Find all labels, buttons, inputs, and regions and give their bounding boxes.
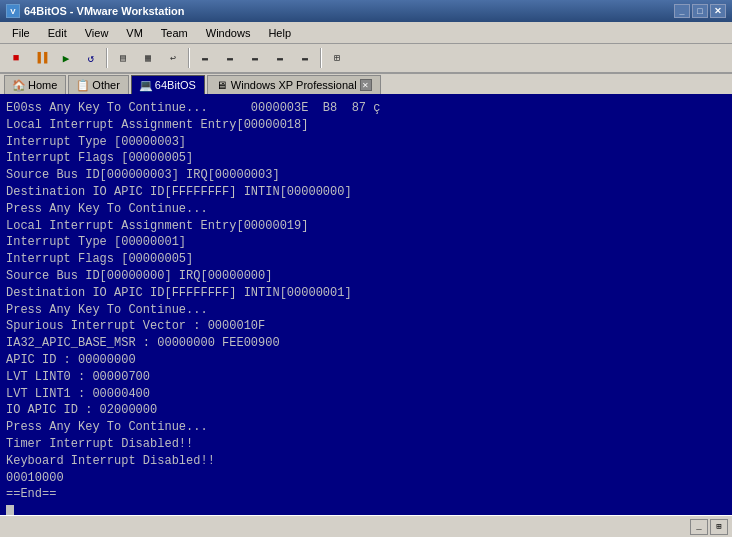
- terminal-line: IO APIC ID : 02000000: [6, 402, 726, 419]
- terminal-line: Interrupt Type [00000001]: [6, 234, 726, 251]
- cursor-blink: [6, 505, 14, 515]
- toolbar-icon-3: ↩: [170, 52, 176, 64]
- menu-team[interactable]: Team: [153, 25, 196, 41]
- toolbar-icon-5: ▬: [227, 53, 233, 64]
- menu-help[interactable]: Help: [260, 25, 299, 41]
- terminal-line: LVT LINT1 : 00000400: [6, 386, 726, 403]
- toolbar-separator-3: [320, 48, 322, 68]
- stop-button[interactable]: ■: [4, 47, 28, 69]
- status-bar: _ ⊞: [0, 515, 732, 537]
- refresh-icon: ↺: [88, 52, 95, 65]
- winxp-tab-icon: 🖥: [216, 79, 228, 91]
- terminal-line: LVT LINT0 : 00000700: [6, 369, 726, 386]
- terminal-line: Press Any Key To Continue...: [6, 302, 726, 319]
- terminal-line: [6, 503, 726, 515]
- title-bar-left: V 64BitOS - VMware Workstation: [6, 4, 185, 18]
- toolbar-icon-1: ▤: [120, 52, 126, 64]
- toolbar-icon-8: ▬: [302, 53, 308, 64]
- terminal-line: E00ss Any Key To Continue... 0000003E B8…: [6, 100, 726, 117]
- terminal-line: Source Bus ID[000000003] IRQ[00000003]: [6, 167, 726, 184]
- toolbar-btn-7[interactable]: ▬: [268, 47, 292, 69]
- toolbar-icon-9: ⊞: [334, 52, 340, 64]
- tab-winxp-label: Windows XP Professional: [231, 79, 357, 91]
- tab-winxp[interactable]: 🖥 Windows XP Professional ✕: [207, 75, 381, 94]
- terminal-line: APIC ID : 00000000: [6, 352, 726, 369]
- toolbar-icon-2: ▦: [145, 52, 151, 64]
- tab-other[interactable]: 📋 Other: [68, 75, 129, 94]
- close-button[interactable]: ✕: [710, 4, 726, 18]
- toolbar-icon-4: ▬: [202, 53, 208, 64]
- terminal-line: Destination IO APIC ID[FFFFFFFF] INTIN[0…: [6, 285, 726, 302]
- toolbar-separator-1: [106, 48, 108, 68]
- play-icon: ▶: [63, 52, 70, 65]
- stop-icon: ■: [13, 52, 20, 64]
- terminal-line: Interrupt Flags [00000005]: [6, 150, 726, 167]
- menu-file[interactable]: File: [4, 25, 38, 41]
- terminal-line: ==End==: [6, 486, 726, 503]
- menu-bar: File Edit View VM Team Windows Help: [0, 22, 732, 44]
- terminal-line: Local Interrupt Assignment Entry[0000001…: [6, 218, 726, 235]
- menu-vm[interactable]: VM: [118, 25, 151, 41]
- terminal-line: Source Bus ID[00000000] IRQ[00000000]: [6, 268, 726, 285]
- tab-home-label: Home: [28, 79, 57, 91]
- title-bar: V 64BitOS - VMware Workstation _ □ ✕: [0, 0, 732, 22]
- toolbar-icon-7: ▬: [277, 53, 283, 64]
- terminal-area[interactable]: E00ss Any Key To Continue... 0000003E B8…: [0, 96, 732, 515]
- terminal-line: Interrupt Type [00000003]: [6, 134, 726, 151]
- pause-button[interactable]: ▐▐: [29, 47, 53, 69]
- menu-view[interactable]: View: [77, 25, 117, 41]
- toolbar-btn-8[interactable]: ▬: [293, 47, 317, 69]
- toolbar-btn-4[interactable]: ▬: [193, 47, 217, 69]
- menu-windows[interactable]: Windows: [198, 25, 259, 41]
- tab-home[interactable]: 🏠 Home: [4, 75, 66, 94]
- terminal-line: Destination IO APIC ID[FFFFFFFF] INTIN[0…: [6, 184, 726, 201]
- terminal-line: Interrupt Flags [00000005]: [6, 251, 726, 268]
- 64bitos-tab-icon: 💻: [140, 79, 152, 91]
- home-tab-icon: 🏠: [13, 79, 25, 91]
- app-icon: V: [6, 4, 20, 18]
- minimize-button[interactable]: _: [674, 4, 690, 18]
- play-button[interactable]: ▶: [54, 47, 78, 69]
- terminal-line: Spurious Interrupt Vector : 0000010F: [6, 318, 726, 335]
- toolbar-btn-2[interactable]: ▦: [136, 47, 160, 69]
- toolbar-btn-9[interactable]: ⊞: [325, 47, 349, 69]
- other-tab-icon: 📋: [77, 79, 89, 91]
- tab-64bitos[interactable]: 💻 64BitOS: [131, 75, 205, 94]
- status-btn-2[interactable]: ⊞: [710, 519, 728, 535]
- tab-64bitos-label: 64BitOS: [155, 79, 196, 91]
- terminal-line: Press Any Key To Continue...: [6, 419, 726, 436]
- terminal-line: 00010000: [6, 470, 726, 487]
- terminal-line: Local Interrupt Assignment Entry[0000001…: [6, 117, 726, 134]
- tab-other-label: Other: [92, 79, 120, 91]
- toolbar-btn-3[interactable]: ↩: [161, 47, 185, 69]
- tab-bar: 🏠 Home 📋 Other 💻 64BitOS 🖥 Windows XP Pr…: [0, 74, 732, 96]
- terminal-line: IA32_APIC_BASE_MSR : 00000000 FEE00900: [6, 335, 726, 352]
- terminal-line: Keyboard Interrupt Disabled!!: [6, 453, 726, 470]
- pause-icon: ▐▐: [34, 52, 47, 64]
- maximize-button[interactable]: □: [692, 4, 708, 18]
- toolbar: ■ ▐▐ ▶ ↺ ▤ ▦ ↩ ▬ ▬ ▬ ▬ ▬ ⊞: [0, 44, 732, 74]
- menu-edit[interactable]: Edit: [40, 25, 75, 41]
- window-controls[interactable]: _ □ ✕: [674, 4, 726, 18]
- toolbar-separator-2: [188, 48, 190, 68]
- status-btn-1[interactable]: _: [690, 519, 708, 535]
- toolbar-icon-6: ▬: [252, 53, 258, 64]
- winxp-tab-close[interactable]: ✕: [360, 79, 372, 91]
- refresh-button[interactable]: ↺: [79, 47, 103, 69]
- window-title: 64BitOS - VMware Workstation: [24, 5, 185, 17]
- terminal-line: Press Any Key To Continue...: [6, 201, 726, 218]
- toolbar-btn-6[interactable]: ▬: [243, 47, 267, 69]
- terminal-line: Timer Interrupt Disabled!!: [6, 436, 726, 453]
- toolbar-btn-1[interactable]: ▤: [111, 47, 135, 69]
- toolbar-btn-5[interactable]: ▬: [218, 47, 242, 69]
